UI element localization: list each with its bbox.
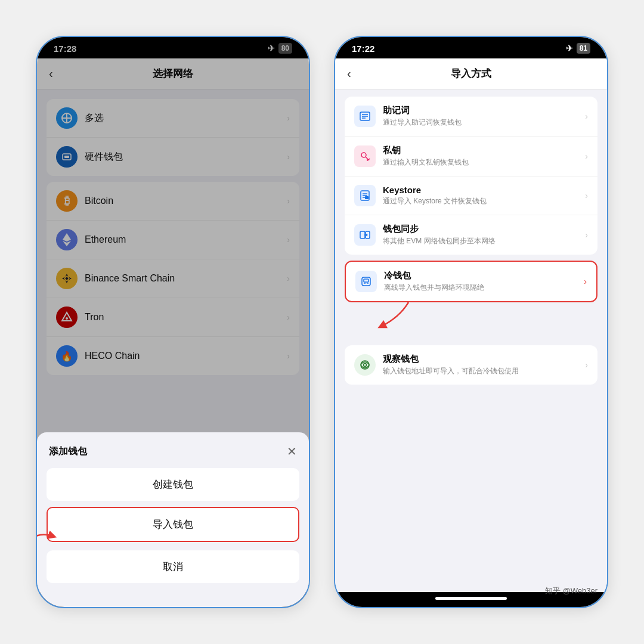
watch-icon	[354, 354, 376, 376]
mnemonic-desc: 通过导入助记词恢复钱包	[383, 117, 585, 128]
svg-marker-31	[366, 234, 368, 236]
right-nav-title: 导入方式	[451, 67, 491, 80]
privatekey-icon	[354, 145, 376, 167]
cold-arrow	[376, 299, 417, 332]
privatekey-chevron: ›	[585, 151, 588, 161]
svg-line-22	[369, 159, 370, 160]
right-nav-bar: ‹ 导入方式	[335, 58, 607, 89]
watch-text: 观察钱包 输入钱包地址即可导入，可配合冷钱包使用	[383, 354, 585, 376]
watch-chevron: ›	[585, 360, 588, 370]
svg-rect-32	[362, 277, 370, 286]
sync-name: 钱包同步	[383, 224, 585, 235]
watch-desc: 输入钱包地址即可导入，可配合冷钱包使用	[383, 366, 585, 376]
watch-wallet-section: 观察钱包 输入钱包地址即可导入，可配合冷钱包使用 ›	[345, 345, 597, 385]
import-methods-section: 助记词 通过导入助记词恢复钱包 › 私钥 通过输入明文私钥恢复	[345, 97, 597, 255]
sync-chevron: ›	[585, 230, 588, 240]
mnemonic-chevron: ›	[585, 112, 588, 121]
left-screen: ‹ 选择网络 多选 ›	[37, 58, 309, 592]
import-mnemonic[interactable]: 助记词 通过导入助记词恢复钱包 ›	[345, 97, 597, 137]
create-wallet-button[interactable]: 创建钱包	[47, 468, 299, 501]
cold-name: 冷钱包	[384, 270, 584, 281]
import-privatekey[interactable]: 私钥 通过输入明文私钥恢复钱包 ›	[345, 137, 597, 177]
import-keystore[interactable]: Keystore 通过导入 Keystore 文件恢复钱包 ›	[345, 177, 597, 215]
privatekey-name: 私钥	[383, 145, 585, 156]
keystore-icon	[354, 185, 376, 206]
right-battery: 81	[577, 43, 590, 54]
mnemonic-text: 助记词 通过导入助记词恢复钱包	[383, 105, 585, 128]
import-cold[interactable]: 冷钱包 离线导入钱包并与网络环境隔绝 ›	[346, 262, 596, 301]
cold-chevron: ›	[584, 277, 587, 286]
modal-overlay: 添加钱包 ✕ 创建钱包 导入钱包 取	[37, 58, 309, 592]
svg-rect-28	[360, 231, 365, 239]
attribution: 知乎 @Web3er	[545, 586, 597, 596]
modal-close-button[interactable]: ✕	[287, 444, 297, 459]
left-phone: 17:28 ✈ 80 ‹ 选择网络	[36, 36, 310, 608]
modal-sheet: 添加钱包 ✕ 创建钱包 导入钱包 取	[37, 432, 309, 592]
sync-icon	[354, 224, 376, 246]
import-arrow	[37, 524, 64, 554]
cold-wallet-section: 冷钱包 离线导入钱包并与网络环境隔绝 ›	[345, 261, 597, 302]
right-home-bar	[435, 597, 507, 600]
cold-text: 冷钱包 离线导入钱包并与网络环境隔绝	[384, 270, 584, 293]
import-watch[interactable]: 观察钱包 输入钱包地址即可导入，可配合冷钱包使用 ›	[345, 345, 597, 385]
import-wallet-button[interactable]: 导入钱包	[47, 507, 299, 542]
privatekey-text: 私钥 通过输入明文私钥恢复钱包	[383, 145, 585, 168]
privatekey-desc: 通过输入明文私钥恢复钱包	[383, 157, 585, 168]
sync-text: 钱包同步 将其他 EVM 网络钱包同步至本网络	[383, 224, 585, 246]
svg-point-38	[364, 364, 367, 367]
right-status-right: ✈ 81	[566, 43, 590, 54]
right-phone: 17:22 ✈ 81 ‹ 导入方式	[334, 36, 608, 608]
right-screen: ‹ 导入方式 助记词 通过导入助记词恢复钱包 ›	[335, 58, 607, 592]
keystore-chevron: ›	[585, 191, 588, 200]
cold-desc: 离线导入钱包并与网络环境隔绝	[384, 283, 584, 293]
keystore-name: Keystore	[383, 185, 585, 195]
right-status-bar: 17:22 ✈ 81	[335, 37, 607, 58]
cancel-button[interactable]: 取消	[47, 550, 299, 583]
right-time: 17:22	[352, 44, 374, 54]
cold-icon	[355, 271, 377, 292]
keystore-desc: 通过导入 Keystore 文件恢复钱包	[383, 196, 585, 206]
svg-rect-27	[365, 196, 369, 199]
watch-name: 观察钱包	[383, 354, 585, 365]
svg-point-19	[361, 153, 366, 157]
svg-rect-33	[364, 279, 369, 282]
right-airplane-icon: ✈	[566, 44, 573, 53]
import-sync[interactable]: 钱包同步 将其他 EVM 网络钱包同步至本网络 ›	[345, 215, 597, 255]
modal-title: 添加钱包	[49, 445, 87, 458]
keystore-text: Keystore 通过导入 Keystore 文件恢复钱包	[383, 185, 585, 206]
mnemonic-icon	[354, 106, 376, 127]
right-back-button[interactable]: ‹	[347, 67, 351, 80]
mnemonic-name: 助记词	[383, 105, 585, 116]
sync-desc: 将其他 EVM 网络钱包同步至本网络	[383, 236, 585, 246]
modal-header: 添加钱包 ✕	[47, 444, 299, 459]
